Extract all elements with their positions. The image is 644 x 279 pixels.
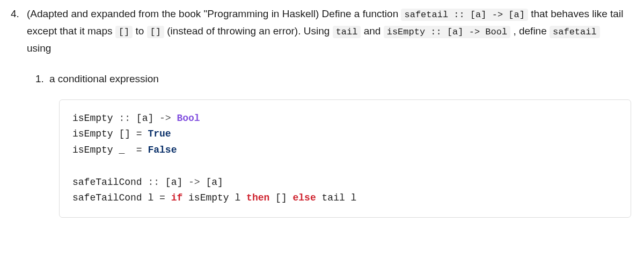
sub-list: 1. a conditional expression isEmpty :: […	[27, 70, 633, 217]
sub-number: 1.	[35, 70, 49, 87]
code-token: [a]	[136, 113, 159, 124]
inline-code: safetail :: [a] -> [a]	[401, 9, 528, 21]
problem-statement: (Adapted and expanded from the book "Pro…	[27, 5, 633, 56]
code-token: Bool	[177, 113, 200, 124]
sub-item-1: 1. a conditional expression	[35, 70, 633, 87]
code-token: then	[246, 192, 269, 203]
code-token: else	[293, 192, 316, 203]
text: to	[135, 25, 147, 37]
list-content: (Adapted and expanded from the book "Pro…	[27, 5, 633, 218]
code-token: [a]	[206, 177, 223, 188]
text: , define	[513, 25, 550, 37]
code-token: ::	[119, 113, 136, 124]
code-token: if	[171, 192, 183, 203]
inline-code: []	[115, 26, 133, 38]
inline-code: tail	[333, 26, 361, 38]
text: (Adapted and expanded from the book "Pro…	[27, 8, 401, 19]
code-token: safeTailCond	[72, 177, 148, 188]
code-token: ->	[188, 177, 206, 188]
text: (instead of throwing an error). Using	[167, 25, 332, 37]
code-token: []	[269, 192, 292, 203]
code-token: isEmpty [] =	[72, 128, 148, 139]
code-token: tail l	[316, 192, 357, 203]
code-token: True	[148, 128, 171, 139]
list-number: 4.	[11, 5, 27, 22]
code-token: isEmpty l	[182, 192, 246, 203]
code-token: safeTailCond l =	[72, 192, 171, 203]
code-token: isEmpty	[72, 113, 119, 124]
code-block: isEmpty :: [a] -> Bool isEmpty [] = True…	[59, 99, 631, 218]
code-token: False	[148, 145, 177, 155]
sub-text: a conditional expression	[49, 70, 159, 87]
code-token: ->	[159, 113, 177, 124]
code-token: ::	[148, 177, 165, 188]
code-token: isEmpty _ =	[72, 145, 148, 155]
inline-code: safetail	[550, 26, 600, 38]
text: using	[27, 40, 633, 56]
inline-code: isEmpty :: [a] -> Bool	[384, 26, 510, 38]
list-item-4: 4. (Adapted and expanded from the book "…	[11, 5, 633, 218]
code-token: [a]	[165, 177, 188, 188]
inline-code: []	[147, 26, 164, 38]
text: and	[364, 25, 384, 37]
